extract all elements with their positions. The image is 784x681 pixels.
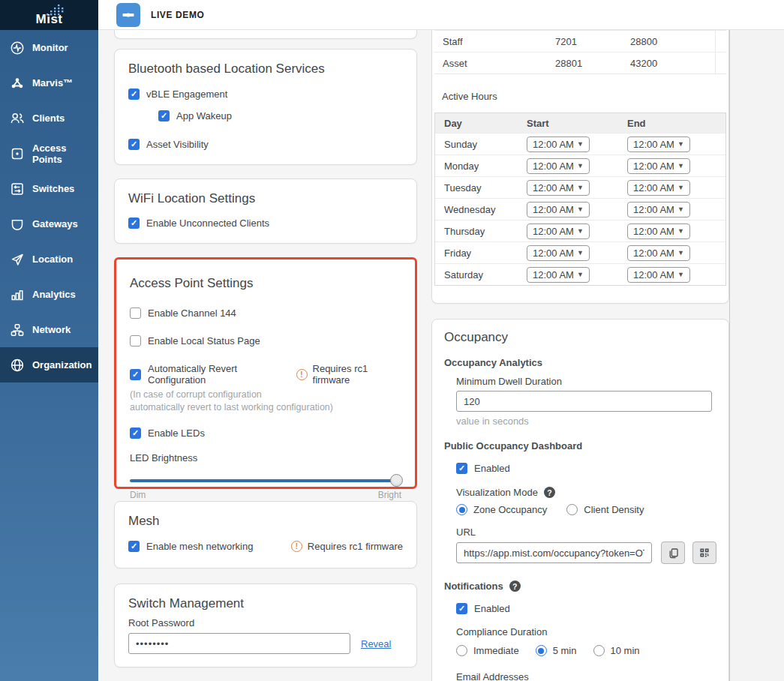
root-password-label: Root Password <box>128 617 403 628</box>
card-title: Switch Management <box>128 596 403 611</box>
table-row: Asset 28801 43200 <box>434 52 726 74</box>
checkbox-label: vBLE Engagement <box>146 88 227 100</box>
location-icon <box>10 252 25 267</box>
copy-icon <box>667 547 680 560</box>
chevron-down-icon: ▼ <box>677 206 684 213</box>
access-points-icon <box>10 146 25 161</box>
end-time-select[interactable]: 12:00 AM▼ <box>627 245 690 261</box>
copy-url-button[interactable] <box>661 542 685 564</box>
asset-visibility-checkbox[interactable]: ✓ <box>128 139 140 150</box>
start-time-select[interactable]: 12:00 AM▼ <box>527 267 590 283</box>
led-brightness-label: LED Brightness <box>130 452 401 464</box>
slider-handle[interactable] <box>390 474 403 487</box>
sidebar-item-marvis[interactable]: Marvis™ <box>0 65 98 100</box>
zone-occupancy-option[interactable]: Zone Occupancy <box>456 504 547 515</box>
qr-code-button[interactable] <box>692 542 716 564</box>
day-label: Sunday <box>435 139 518 150</box>
root-password-input[interactable] <box>128 633 350 654</box>
radio-label: Zone Occupancy <box>473 504 547 515</box>
highlight-outline: Access Point Settings Enable Channel 144… <box>114 257 417 489</box>
start-time-select[interactable]: 12:00 AM▼ <box>527 245 590 261</box>
compliance-immediate-option[interactable]: Immediate <box>456 645 519 656</box>
radio-icon[interactable] <box>456 504 467 515</box>
dashboard-url-input[interactable] <box>456 542 652 563</box>
enable-mesh-checkbox[interactable]: ✓ <box>128 541 140 552</box>
start-time-select[interactable]: 12:00 AM▼ <box>527 180 590 196</box>
enable-leds-checkbox[interactable]: ✓ <box>130 428 141 439</box>
auto-revert-checkbox[interactable]: ✓ <box>130 369 141 380</box>
sidebar-item-location[interactable]: Location <box>0 242 98 277</box>
radio-icon[interactable] <box>593 645 605 656</box>
end-time-select[interactable]: 12:00 AM▼ <box>627 202 690 218</box>
url-label: URL <box>456 526 716 538</box>
led-brightness-slider[interactable] <box>130 474 401 487</box>
auto-revert-note: (In case of corrupt configuration automa… <box>130 388 401 414</box>
sidebar-item-switches[interactable]: Switches <box>0 171 98 206</box>
radio-icon[interactable] <box>566 504 578 515</box>
local-status-page-checkbox[interactable] <box>130 335 141 346</box>
mist-logo[interactable]: Mist <box>0 0 98 30</box>
sidebar-item-label: Marvis™ <box>32 77 73 88</box>
end-time-select[interactable]: 12:00 AM▼ <box>627 158 690 174</box>
access-point-settings-card: Access Point Settings Enable Channel 144… <box>116 260 415 487</box>
occupancy-analytics-header: Occupancy Analytics <box>444 357 716 368</box>
app-wakeup-checkbox[interactable]: ✓ <box>158 110 170 122</box>
help-icon[interactable]: ? <box>544 487 555 498</box>
sidebar-item-label: Access Points <box>32 142 98 165</box>
start-time-select[interactable]: 12:00 AM▼ <box>527 224 590 239</box>
end-time-select[interactable]: 12:00 AM▼ <box>627 267 690 283</box>
checkbox-label: Asset Visibility <box>146 139 209 150</box>
client-density-option[interactable]: Client Density <box>566 504 644 515</box>
sidebar-item-gateways[interactable]: Gateways <box>0 206 98 242</box>
start-time-select[interactable]: 12:00 AM▼ <box>527 202 590 218</box>
settings-scroll-area[interactable]: Bluetooth based Location Services ✓ vBLE… <box>98 30 784 681</box>
slider-track[interactable] <box>130 479 401 482</box>
slider-min-label: Dim <box>130 490 146 500</box>
org-name-label[interactable]: LIVE DEMO <box>151 10 204 20</box>
end-time-select[interactable]: 12:00 AM▼ <box>627 136 690 152</box>
end-time-select[interactable]: 12:00 AM▼ <box>627 180 690 196</box>
reveal-password-link[interactable]: Reveal <box>361 638 391 650</box>
help-icon[interactable]: ? <box>509 580 521 592</box>
sidebar-item-clients[interactable]: Clients <box>0 100 98 136</box>
vble-engagement-checkbox[interactable]: ✓ <box>128 88 140 100</box>
sidebar-item-organization[interactable]: Organization <box>0 347 98 382</box>
table-row: Tuesday 12:00 AM▼ 12:00 AM▼ <box>435 176 725 198</box>
sidebar-item-network[interactable]: Network <box>0 312 98 347</box>
column-header-end: End <box>618 118 716 129</box>
warning-icon: ! <box>291 541 302 552</box>
day-label: Wednesday <box>435 204 518 215</box>
threshold-row-label: Asset <box>434 58 547 69</box>
active-hours-table: Day Start End Sunday 12:00 AM▼ 12:00 AM▼… <box>434 112 726 286</box>
org-avatar-icon[interactable] <box>116 3 140 27</box>
card-title: Bluetooth based Location Services <box>128 62 403 76</box>
column-header-start: Start <box>518 118 618 129</box>
sidebar-item-analytics[interactable]: Analytics <box>0 277 98 312</box>
sidebar-item-access-points[interactable]: Access Points <box>0 136 98 171</box>
clipped-card-above <box>114 30 417 39</box>
table-row: Sunday 12:00 AM▼ 12:00 AM▼ <box>435 133 725 154</box>
dwell-duration-input[interactable] <box>456 391 712 412</box>
unconnected-clients-checkbox[interactable]: ✓ <box>128 218 140 229</box>
compliance-10min-option[interactable]: 10 min <box>593 645 640 656</box>
app-wakeup-row: ✓ App Wakeup <box>158 110 403 122</box>
start-time-select[interactable]: 12:00 AM▼ <box>527 158 590 174</box>
sidebar-item-label: Gateways <box>32 218 78 230</box>
thresholds-table: Staff 7201 28800 Asset 28801 43200 <box>434 30 726 74</box>
sidebar-item-monitor[interactable]: Monitor <box>0 30 98 65</box>
end-time-select[interactable]: 12:00 AM▼ <box>627 224 690 239</box>
threshold-value-2: 43200 <box>622 58 715 69</box>
sidebar-item-label: Organization <box>32 359 92 370</box>
occupancy-card: Occupancy Occupancy Analytics Minimum Dw… <box>431 319 729 681</box>
organization-icon <box>10 358 25 373</box>
marvis-icon <box>10 76 25 91</box>
start-time-select[interactable]: 12:00 AM▼ <box>527 136 590 152</box>
channel-144-checkbox[interactable] <box>130 308 141 319</box>
dashboard-enabled-checkbox[interactable]: ✓ <box>456 463 467 474</box>
dashboard-enabled-row: ✓ Enabled <box>456 463 716 474</box>
mist-logo-dots-icon <box>47 4 66 19</box>
compliance-5min-option[interactable]: 5 min <box>536 645 577 656</box>
radio-icon[interactable] <box>456 645 467 656</box>
notifications-enabled-checkbox[interactable]: ✓ <box>456 603 467 614</box>
radio-icon[interactable] <box>536 645 547 656</box>
